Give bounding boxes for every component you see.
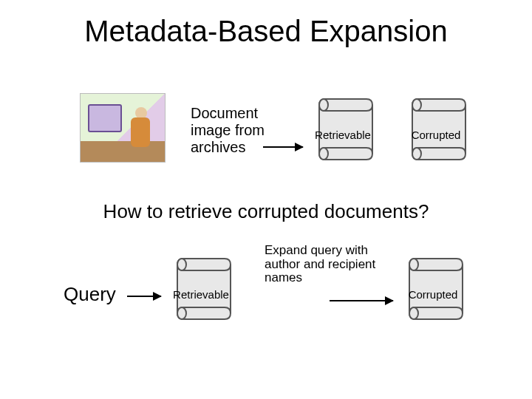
svg-point-0: [319, 99, 328, 111]
svg-point-7: [409, 307, 418, 319]
scroll-label: Retrievable: [166, 288, 236, 301]
scroll-retrievable-top: Retrievable: [307, 98, 378, 161]
svg-point-5: [177, 307, 186, 319]
slide-title: Metadata-Based Expansion: [0, 15, 532, 48]
archives-illustration: [80, 93, 166, 163]
question-text: How to retrieve corrupted documents?: [0, 201, 532, 223]
arrow-query-to-retrievable: [127, 296, 161, 297]
expand-label: Expand query with author and recipient n…: [265, 244, 390, 285]
svg-point-1: [319, 148, 328, 160]
query-label: Query: [64, 284, 116, 306]
monitor-shape: [88, 104, 122, 132]
scroll-corrupted-top: Corrupted: [400, 98, 471, 161]
scroll-label: Corrupted: [400, 129, 471, 141]
scroll-label: Corrupted: [398, 288, 468, 301]
svg-point-4: [177, 259, 186, 270]
desk-shape: [81, 141, 165, 162]
scroll-label: Retrievable: [307, 129, 378, 141]
arrow-expand-to-corrupted: [330, 300, 393, 301]
svg-point-3: [412, 148, 421, 160]
scroll-retrievable-bottom: Retrievable: [166, 257, 236, 321]
archives-label: Document image from archives: [191, 105, 287, 156]
person-shape: [129, 107, 151, 147]
scroll-corrupted-bottom: Corrupted: [398, 257, 468, 321]
svg-point-2: [412, 99, 421, 111]
svg-point-6: [409, 259, 418, 270]
arrow-archives-to-retrievable: [263, 146, 303, 148]
